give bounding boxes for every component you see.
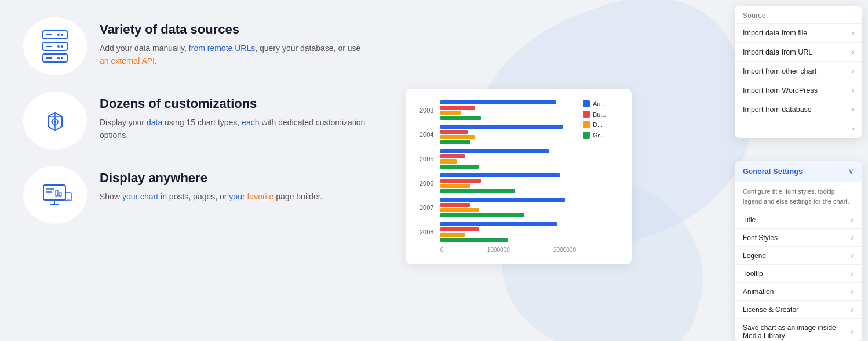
source-chevron-from-file: › [852,29,854,37]
bar-2007-orange [440,208,479,212]
settings-description: Configure title, font styles, tooltip, l… [735,182,862,211]
settings-header-chevron: ∨ [848,167,854,176]
settings-item-tooltip[interactable]: Tooltip ∨ [735,265,862,283]
chart-card: 2003 2004 [406,89,632,264]
settings-chevron-license: ∨ [849,306,854,314]
chart-row-2003: 2003 [420,100,576,120]
legend-dot-blue [583,100,590,107]
settings-panel: General Settings ∨ Configure title, font… [735,161,862,341]
bar-2003-blue [440,100,556,104]
legend-label-red: Bu... [593,111,606,118]
bar-2005-red [440,154,465,158]
source-item-from-url-label: Import data from URL [743,48,812,56]
legend-dot-green [583,132,590,139]
source-item-from-file-label: Import data from file [743,29,807,37]
settings-label-legend: Legend [743,252,766,260]
settings-label-license: License & Creator [743,306,798,314]
settings-chevron-animation: ∨ [849,288,854,296]
chart-bars: 2003 2004 [420,100,576,253]
data-sources-text: Variety of data sources Add your data ma… [100,17,366,68]
legend-orange: D... [583,121,618,128]
feature-customizations: Dozens of customizations Display your da… [23,92,371,150]
source-chevron-from-wordpress: › [852,86,854,95]
legend-label-orange: D... [593,121,603,128]
bars-group-2008 [440,222,576,242]
legend-blue: Au... [583,100,618,107]
server-icon [38,26,72,67]
data-sources-desc: Add your data manually, from remote URLs… [100,42,366,68]
settings-chevron-legend: ∨ [849,252,854,260]
settings-chevron-save-chart: ∨ [849,328,854,336]
right-panel: 2003 2004 [394,0,868,341]
bar-2007-red [440,203,470,207]
settings-label-animation: Animation [743,288,774,296]
chart-row-2008: 2008 [420,222,576,242]
feature-data-sources: Variety of data sources Add your data ma… [23,17,371,75]
legend-dot-orange [583,121,590,128]
settings-item-animation[interactable]: Animation ∨ [735,283,862,301]
settings-item-font-styles[interactable]: Font Styles ∨ [735,229,862,247]
bar-2005-orange [440,159,457,164]
year-label-2007: 2007 [420,204,440,211]
data-sources-icon-wrapper [23,17,87,75]
bar-2006-blue [440,173,560,177]
settings-item-legend[interactable]: Legend ∨ [735,247,862,265]
display-desc: Show your chart in posts, pages, or your… [100,190,322,203]
source-item-more[interactable]: › [735,119,862,138]
chart-row-2006: 2006 [420,173,576,193]
settings-header-title: General Settings [743,167,803,176]
settings-label-font-styles: Font Styles [743,234,778,242]
data-sources-title: Variety of data sources [100,22,366,37]
source-item-from-database-label: Import from database [743,106,812,114]
customizations-text: Dozens of customizations Display your da… [100,92,366,142]
legend-label-green: Gr... [593,132,605,139]
year-label-2008: 2008 [420,228,440,235]
svg-rect-20 [43,185,65,200]
bar-2007-green [440,213,524,217]
bar-2008-green [440,238,508,242]
bar-2008-orange [440,233,465,237]
svg-point-2 [61,34,63,36]
source-item-from-file[interactable]: Import data from file › [735,23,862,42]
source-panel: Source Import data from file › Import da… [735,6,862,138]
settings-chevron-tooltip: ∨ [849,270,854,278]
year-label-2005: 2005 [420,155,440,162]
svg-point-15 [54,121,56,123]
source-chevron-more: › [852,125,854,133]
customizations-icon-wrapper [23,92,87,150]
svg-point-10 [61,57,63,59]
svg-rect-23 [56,190,58,196]
source-chevron-from-chart: › [852,67,854,75]
display-icon-wrapper [23,166,87,224]
bars-group-2004 [440,125,576,144]
legend-dot-red [583,111,590,118]
bar-2006-red [440,179,481,183]
source-item-from-wordpress-label: Import from WordPress [743,86,818,95]
year-label-2006: 2006 [420,180,440,187]
customizations-title: Dozens of customizations [100,96,366,111]
settings-item-save-chart[interactable]: Save chart as an image inside Media Libr… [735,319,862,341]
feature-display: Display anywhere Show your chart in post… [23,166,371,224]
bar-2004-orange [440,135,475,139]
monitor-icon [37,176,74,214]
settings-item-title[interactable]: Title ∨ [735,211,862,229]
settings-chevron-font-styles: ∨ [849,234,854,242]
legend-green: Gr... [583,132,618,139]
chart-row-2004: 2004 [420,125,576,144]
source-item-from-wordpress[interactable]: Import from WordPress › [735,81,862,100]
settings-item-license[interactable]: License & Creator ∨ [735,301,862,319]
source-item-from-database[interactable]: Import from database › [735,100,862,119]
bar-2004-green [440,140,470,144]
svg-point-6 [61,45,63,48]
settings-header-row: General Settings ∨ [735,161,862,182]
bar-2005-green [440,165,479,169]
source-item-from-url[interactable]: Import data from URL › [735,42,862,61]
source-panel-header: Source [735,6,862,23]
bar-2008-blue [440,222,557,226]
bar-2003-orange [440,111,461,115]
source-chevron-from-url: › [852,48,854,56]
bar-2003-red [440,106,475,110]
bar-2007-blue [440,198,565,202]
source-item-from-chart[interactable]: Import from other chart › [735,61,862,81]
display-title: Display anywhere [100,170,322,186]
